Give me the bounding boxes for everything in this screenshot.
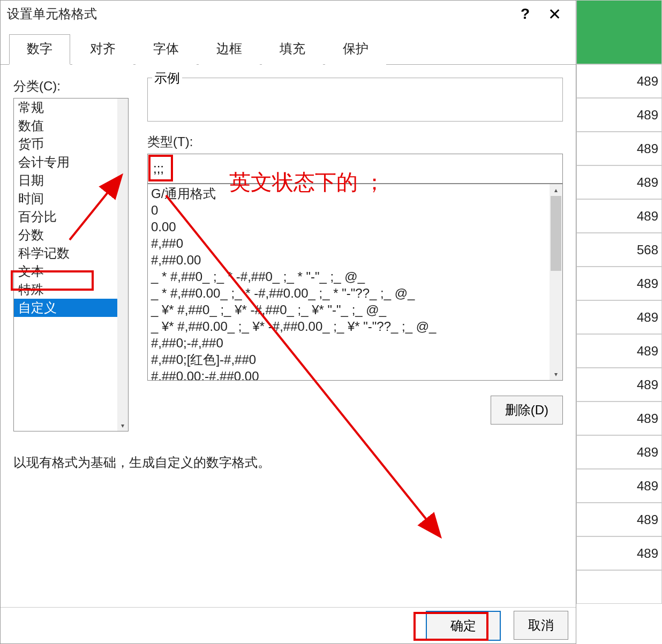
- category-item-text[interactable]: 文本: [14, 262, 118, 281]
- format-item[interactable]: #,##0.00: [151, 252, 559, 268]
- format-item[interactable]: #,##0.00;-#,##0.00: [151, 368, 559, 381]
- dialog-footer: 确定 取消: [1, 607, 576, 643]
- hint-text: 以现有格式为基础，生成自定义的数字格式。: [13, 454, 563, 471]
- category-item-custom[interactable]: 自定义: [14, 299, 118, 317]
- bg-cell: 489: [576, 536, 662, 570]
- left-column: 分类(C): 常规 数值 货币 会计专用 日期 时间 百分比 分数 科学记数 文…: [13, 78, 132, 431]
- bg-cell-header: [576, 0, 662, 64]
- scroll-thumb[interactable]: [551, 196, 561, 271]
- bg-cell: 489: [576, 98, 662, 132]
- format-listbox[interactable]: G/通用格式 0 0.00 #,##0 #,##0.00 _ * #,##0_ …: [147, 184, 563, 381]
- bg-cell: [576, 570, 662, 604]
- bg-cell: 489: [576, 199, 662, 233]
- format-scrollbar[interactable]: ▴ ▾: [550, 184, 562, 380]
- type-label: 类型(T):: [147, 133, 563, 150]
- format-item[interactable]: _ * #,##0.00_ ;_ * -#,##0.00_ ;_ * "-"??…: [151, 285, 559, 301]
- content-area: 分类(C): 常规 数值 货币 会计专用 日期 时间 百分比 分数 科学记数 文…: [1, 65, 576, 471]
- category-item-fraction[interactable]: 分数: [14, 226, 118, 244]
- format-item[interactable]: _ ¥* #,##0_ ;_ ¥* -#,##0_ ;_ ¥* "-"_ ;_ …: [151, 301, 559, 318]
- format-cells-dialog: 设置单元格格式 ? ✕ 数字 对齐 字体 边框 填充 保护 分类(C): 常规 …: [0, 0, 576, 644]
- category-scrollbar[interactable]: ▾: [117, 99, 128, 431]
- delete-button[interactable]: 删除(D): [491, 396, 563, 425]
- category-item-scientific[interactable]: 科学记数: [14, 244, 118, 262]
- type-input[interactable]: [147, 154, 563, 184]
- bg-cell: 489: [576, 401, 662, 435]
- tab-font[interactable]: 字体: [136, 34, 197, 65]
- tab-strip: 数字 对齐 字体 边框 填充 保护: [1, 34, 576, 65]
- category-label: 分类(C):: [13, 78, 132, 95]
- right-column: 类型(T): G/通用格式 0 0.00 #,##0 #,##0.00 _ * …: [147, 78, 563, 431]
- tab-number[interactable]: 数字: [9, 34, 70, 65]
- category-item-accounting[interactable]: 会计专用: [14, 153, 118, 171]
- bg-cell: 489: [576, 267, 662, 300]
- category-item-time[interactable]: 时间: [14, 190, 118, 208]
- scroll-up-icon[interactable]: ▴: [550, 184, 562, 196]
- bg-cell: 489: [576, 300, 662, 334]
- category-listbox[interactable]: 常规 数值 货币 会计专用 日期 时间 百分比 分数 科学记数 文本 特殊 自定…: [13, 98, 129, 431]
- format-item[interactable]: _ * #,##0_ ;_ * -#,##0_ ;_ * "-"_ ;_ @_: [151, 268, 559, 285]
- bg-cell: 489: [576, 165, 662, 199]
- close-button[interactable]: ✕: [540, 5, 569, 24]
- bg-cell: 489: [576, 435, 662, 469]
- bg-cell: 489: [576, 503, 662, 536]
- category-item-percentage[interactable]: 百分比: [14, 208, 118, 226]
- bg-cell: 489: [576, 334, 662, 368]
- bg-cell: 489: [576, 132, 662, 165]
- titlebar: 设置单元格格式 ? ✕: [1, 1, 576, 27]
- category-item-date[interactable]: 日期: [14, 171, 118, 190]
- category-item-number[interactable]: 数值: [14, 117, 118, 135]
- tab-alignment[interactable]: 对齐: [72, 34, 133, 65]
- scroll-down-icon[interactable]: ▾: [550, 368, 562, 380]
- sample-box: [147, 78, 563, 122]
- bg-cell: 489: [576, 64, 662, 98]
- bg-cell: 568: [576, 233, 662, 267]
- tab-fill[interactable]: 填充: [262, 34, 323, 65]
- format-item[interactable]: #,##0;[红色]-#,##0: [151, 351, 559, 368]
- bg-cell: 489: [576, 469, 662, 503]
- format-item[interactable]: #,##0: [151, 235, 559, 252]
- format-item[interactable]: #,##0;-#,##0: [151, 335, 559, 351]
- format-item[interactable]: _ ¥* #,##0.00_ ;_ ¥* -#,##0.00_ ;_ ¥* "-…: [151, 318, 559, 335]
- dialog-title: 设置单元格格式: [7, 5, 510, 22]
- help-button[interactable]: ?: [510, 5, 540, 22]
- background-column: 489 489 489 489 489 568 489 489 489 489 …: [576, 0, 662, 644]
- format-item[interactable]: G/通用格式: [151, 185, 559, 202]
- category-item-special[interactable]: 特殊: [14, 281, 118, 299]
- tab-protection[interactable]: 保护: [325, 34, 386, 65]
- category-item-currency[interactable]: 货币: [14, 135, 118, 153]
- format-item[interactable]: 0.00: [151, 218, 559, 235]
- tab-border[interactable]: 边框: [199, 34, 260, 65]
- category-item-general[interactable]: 常规: [14, 99, 118, 117]
- ok-button[interactable]: 确定: [426, 611, 501, 641]
- cancel-button[interactable]: 取消: [514, 611, 568, 640]
- format-item[interactable]: 0: [151, 202, 559, 218]
- bg-cell: 489: [576, 368, 662, 401]
- scroll-down-icon[interactable]: ▾: [117, 420, 128, 431]
